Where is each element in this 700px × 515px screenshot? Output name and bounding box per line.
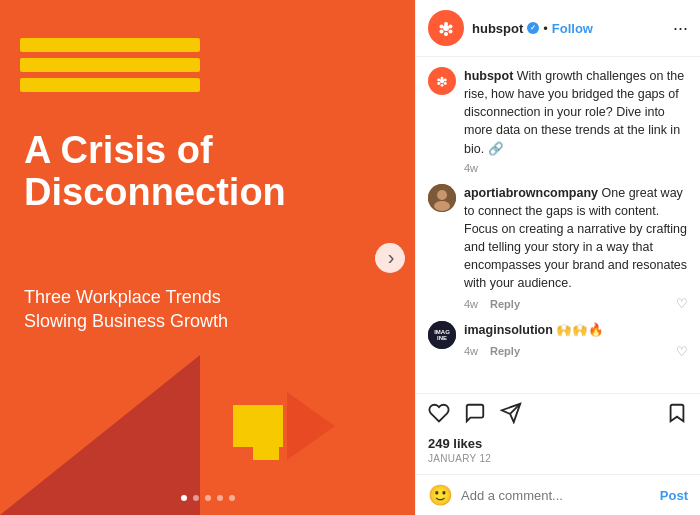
svg-point-2: [449, 25, 453, 29]
comment-2-content: 🙌🙌🔥: [556, 323, 604, 337]
comment-1-meta: 4w Reply ♡: [464, 296, 688, 311]
dot-5[interactable]: [229, 495, 235, 501]
hubspot-sm-icon: [434, 73, 450, 89]
comment-2-username: imaginsolution: [464, 323, 553, 337]
share-icon: [500, 402, 522, 424]
hubspot-logo-icon: [435, 17, 457, 39]
stripe-3: [20, 78, 200, 92]
caption-text: hubspot With growth challenges on the ri…: [464, 67, 688, 158]
next-image-button[interactable]: [375, 243, 405, 273]
image-dots: [181, 495, 235, 501]
like-button[interactable]: [428, 402, 450, 430]
svg-point-18: [434, 201, 450, 211]
caption-meta: 4w: [464, 162, 688, 174]
svg-point-15: [440, 79, 444, 83]
svg-point-17: [437, 190, 447, 200]
triangle-red: [0, 355, 200, 515]
actions-bar: 249 likes JANUARY 12: [416, 393, 700, 474]
comment-1-avatar: [428, 184, 456, 212]
post-comment-button[interactable]: Post: [660, 488, 688, 503]
yellow-rectangle: [233, 405, 283, 447]
dot-3[interactable]: [205, 495, 211, 501]
comment-icon: [464, 402, 486, 424]
post-header: hubspot ✓ • Follow ···: [416, 0, 700, 57]
comment-1-time: 4w: [464, 298, 478, 310]
comment-2-like-icon[interactable]: ♡: [676, 344, 688, 359]
comment-row-1: aportiabrowncompany One great way to con…: [428, 184, 688, 312]
dot-1[interactable]: [181, 495, 187, 501]
shapes-container: [233, 392, 335, 460]
sub-title: Three Workplace Trends Slowing Business …: [24, 285, 284, 334]
svg-point-7: [443, 25, 449, 31]
comment-2-body: imaginsolution 🙌🙌🔥 4w Reply ♡: [464, 321, 688, 358]
svg-point-3: [449, 30, 453, 34]
caption-avatar: [428, 67, 456, 95]
comment-button[interactable]: [464, 402, 486, 430]
action-icons-row: [428, 402, 688, 430]
svg-point-6: [440, 25, 444, 29]
stripe-2: [20, 58, 200, 72]
verified-badge: ✓: [527, 22, 539, 34]
caption-body: hubspot With growth challenges on the ri…: [464, 67, 688, 174]
likes-count: 249 likes: [428, 436, 688, 451]
dot-separator: •: [543, 21, 548, 36]
comment-1-like-icon[interactable]: ♡: [676, 296, 688, 311]
follow-button[interactable]: Follow: [552, 21, 593, 36]
header-username-row: hubspot ✓ • Follow: [472, 21, 669, 36]
username-text: hubspot: [472, 21, 523, 36]
caption-username: hubspot: [464, 69, 513, 83]
bookmark-icon: [666, 402, 688, 424]
arrow-shape: [287, 392, 335, 460]
comment-2-text: imaginsolution 🙌🙌🔥: [464, 321, 688, 339]
header-info: hubspot ✓ • Follow: [472, 21, 669, 36]
caption-row: hubspot With growth challenges on the ri…: [428, 67, 688, 174]
bookmark-button[interactable]: [666, 402, 688, 430]
share-button[interactable]: [500, 402, 522, 430]
stripe-1: [20, 38, 200, 52]
comments-panel: hubspot ✓ • Follow ···: [415, 0, 700, 515]
svg-point-14: [437, 78, 440, 81]
comment-1-text: aportiabrowncompany One great way to con…: [464, 184, 688, 293]
comment-1-reply-button[interactable]: Reply: [490, 298, 520, 310]
svg-point-10: [444, 78, 447, 81]
comment-1-body: aportiabrowncompany One great way to con…: [464, 184, 688, 312]
comment-2-time: 4w: [464, 345, 478, 357]
svg-point-12: [441, 84, 444, 87]
comment-2-reply-button[interactable]: Reply: [490, 345, 520, 357]
avatar[interactable]: [428, 10, 464, 46]
add-comment-bar: 🙂 Post: [416, 474, 700, 515]
emoji-button[interactable]: 🙂: [428, 483, 453, 507]
dot-4[interactable]: [217, 495, 223, 501]
comments-area: hubspot With growth challenges on the ri…: [416, 57, 700, 393]
svg-point-11: [444, 82, 447, 85]
post-image-panel: A Crisis of Disconnection Three Workplac…: [0, 0, 415, 515]
heart-icon: [428, 402, 450, 424]
svg-point-5: [440, 30, 444, 34]
svg-point-4: [444, 32, 448, 36]
more-options-button[interactable]: ···: [673, 18, 688, 39]
comment-1-content: One great way to connect the gaps is wit…: [464, 186, 687, 291]
comment-2-avatar: IMAGINE: [428, 321, 456, 349]
dot-2[interactable]: [193, 495, 199, 501]
main-title: A Crisis of Disconnection: [24, 130, 324, 214]
post-date: JANUARY 12: [428, 453, 688, 464]
comment-1-username: aportiabrowncompany: [464, 186, 598, 200]
user1-avatar-icon: [428, 184, 456, 212]
comment-row-2: IMAGINE imaginsolution 🙌🙌🔥 4w Reply ♡: [428, 321, 688, 358]
comment-input[interactable]: [461, 488, 660, 503]
svg-point-13: [437, 82, 440, 85]
caption-time: 4w: [464, 162, 478, 174]
comment-2-meta: 4w Reply ♡: [464, 344, 688, 359]
imagine-logo-icon: IMAGINE: [428, 321, 456, 349]
